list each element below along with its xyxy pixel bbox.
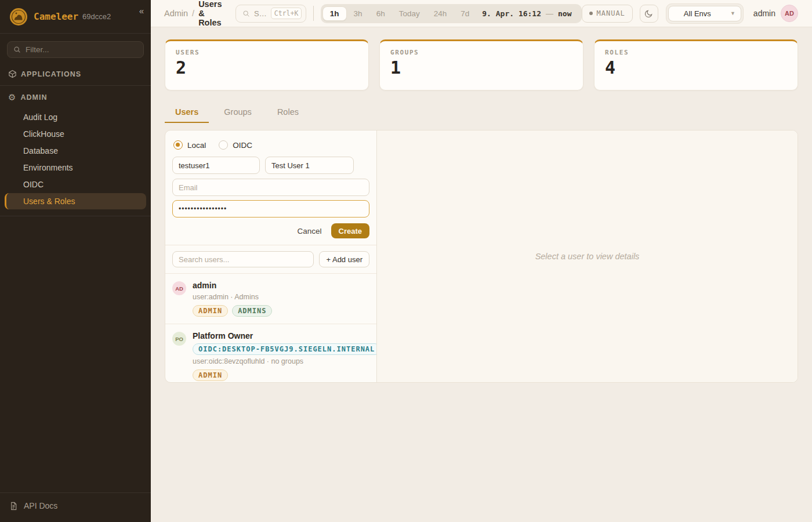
api-docs-label: API Docs [24,501,57,510]
time-range-today[interactable]: Today [392,7,427,20]
avatar: PO [172,332,186,346]
user-list: AD admin user:admin · Admins ADMIN ADMIN… [165,273,376,382]
time-to: now [558,9,571,18]
time-from: 9. Apr. 16:12 [482,9,541,18]
admin-nav: Audit Log ClickHouse Database Environmen… [0,107,151,215]
cameleer-logo-icon [9,8,28,26]
user-name: admin [193,281,272,291]
environment-select[interactable]: All Envs ▼ [668,6,741,21]
breadcrumb-separator: / [192,9,194,18]
email-field[interactable] [172,179,369,196]
sidebar-divider [0,216,151,216]
global-search-button[interactable]: S… Ctrl+K [235,5,306,23]
api-docs-link[interactable]: API Docs [9,501,142,510]
app-title: Cameleer [34,11,78,22]
sidebar-item-clickhouse[interactable]: ClickHouse [5,126,146,142]
filter-placeholder: Filter... [26,45,49,54]
create-button[interactable]: Create [331,223,369,238]
stat-value: 4 [605,58,787,77]
time-range-6h[interactable]: 6h [369,7,392,20]
tab-groups[interactable]: Groups [213,103,262,123]
admin-label: ADMIN [20,93,47,102]
stat-card-groups: GROUPS 1 [379,39,583,90]
breadcrumb-parent[interactable]: Admin [164,9,188,18]
refresh-mode-label: MANUAL [597,9,625,17]
stat-card-roles: ROLES 4 [594,39,798,90]
radio-local[interactable]: Local [173,140,206,150]
sidebar-section-admin[interactable]: ⚙ ADMIN [0,87,151,107]
password-field[interactable] [172,200,369,217]
applications-label: APPLICATIONS [21,70,81,78]
time-range-3h[interactable]: 3h [347,7,369,20]
search-label: S… [254,9,267,18]
time-range-24h[interactable]: 24h [427,7,454,20]
stat-label: GROUPS [390,49,572,56]
user-avatar[interactable]: AD [781,5,798,22]
user-name: Platform Owner [193,331,376,341]
refresh-mode-button[interactable]: MANUAL [582,5,633,23]
current-user-label: admin [753,9,775,18]
time-range-display[interactable]: 9. Apr. 16:12 — now [476,9,579,18]
time-range-control: 1h 3h 6h Today 24h 7d 9. Apr. 16:12 — no… [321,4,582,23]
tab-roles[interactable]: Roles [267,103,309,123]
sidebar: Cameleer 69dcce2 « Filter... APPLICATION… [0,0,151,522]
chevron-down-icon: ▼ [730,10,735,16]
username-field[interactable] [172,157,260,174]
page-content: USERS 2 GROUPS 1 ROLES 4 Users Groups Ro… [151,27,812,383]
sidebar-logo-row: Cameleer 69dcce2 « [0,0,151,34]
user-details-panel: Select a user to view details [376,130,798,382]
radio-local-label: Local [187,141,206,150]
badge-row: ADMIN [193,369,376,381]
radio-oidc-label: OIDC [233,141,252,150]
empty-state-text: Select a user to view details [535,252,640,261]
sidebar-item-oidc[interactable]: OIDC [5,176,146,193]
auth-type-radios: Local OIDC [173,140,369,150]
tabs: Users Groups Roles [165,103,798,123]
topbar-divider [313,6,314,21]
time-range-1h[interactable]: 1h [322,6,347,21]
sidebar-item-audit-log[interactable]: Audit Log [5,109,146,125]
radio-oidc[interactable]: OIDC [219,140,252,150]
time-separator: — [546,9,553,18]
tab-users[interactable]: Users [165,103,209,123]
users-panel: Local OIDC Cancel [165,130,798,383]
stat-card-users: USERS 2 [165,39,369,90]
sidebar-footer: API Docs [0,492,151,522]
stat-value: 2 [176,58,358,77]
badge-row: ADMIN ADMINS [193,305,272,317]
sidebar-item-environments[interactable]: Environments [5,160,146,176]
env-select-wrap: All Envs ▼ [666,3,744,24]
cube-icon [8,70,17,78]
cancel-button[interactable]: Cancel [298,227,322,235]
radio-unselected-icon [219,140,228,150]
sidebar-item-database[interactable]: Database [5,143,146,159]
topbar-right: MANUAL All Envs ▼ admin AD [582,3,799,24]
sidebar-collapse-icon[interactable]: « [139,6,144,16]
form-actions: Cancel Create [172,223,369,238]
stat-label: ROLES [605,49,787,56]
add-user-button[interactable]: + Add user [319,251,369,267]
search-shortcut-kbd: Ctrl+K [271,8,302,19]
display-name-field[interactable] [265,157,354,174]
role-badge-admin: ADMIN [193,369,228,381]
user-row-admin[interactable]: AD admin user:admin · Admins ADMIN ADMIN… [165,273,376,324]
moon-icon [644,9,653,18]
user-search-row: + Add user [165,245,376,273]
oidc-issuer-badge: OIDC:DESKTOP-FB5VGJ9.SIEGELN.INTERNAL [193,343,376,355]
gear-icon: ⚙ [8,93,16,102]
users-panel-left: Local OIDC Cancel [165,130,376,382]
search-users-input[interactable] [172,251,314,267]
stat-value: 1 [390,58,572,77]
group-badge-admins: ADMINS [232,305,272,317]
sidebar-divider [0,85,151,86]
dark-mode-toggle[interactable] [640,5,658,23]
sidebar-item-users-roles[interactable]: Users & Roles [5,193,146,209]
sidebar-section-applications[interactable]: APPLICATIONS [0,64,151,84]
user-meta: user:admin · Admins [193,293,272,301]
breadcrumb-current: Users & Roles [198,0,227,27]
stats-row: USERS 2 GROUPS 1 ROLES 4 [165,39,798,90]
time-range-7d[interactable]: 7d [454,7,476,20]
user-row-platform-owner[interactable]: PO Platform Owner OIDC:DESKTOP-FB5VGJ9.S… [165,324,376,382]
create-user-form: Local OIDC Cancel [165,130,376,245]
sidebar-filter-input[interactable]: Filter... [7,41,144,58]
